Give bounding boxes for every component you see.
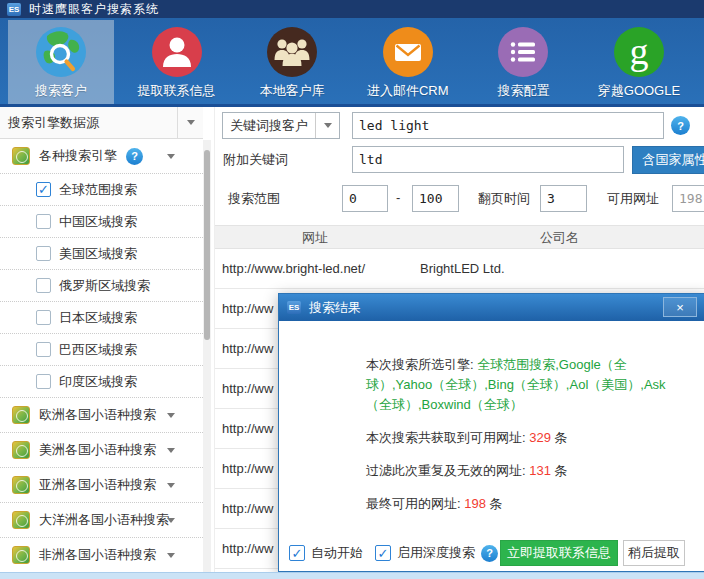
engine-label: 美国区域搜索	[59, 245, 137, 263]
group-label: 非洲各国小语种搜索	[39, 546, 156, 564]
engine-label: 日本区域搜索	[59, 309, 137, 327]
toolbar-local-customers[interactable]: 本地客户库	[239, 20, 345, 104]
main-toolbar: 搜索客户 提取联系信息 本地客户库	[0, 18, 704, 107]
dialog-titlebar: ES 搜索结果 ×	[279, 294, 704, 321]
local-customers-icon	[265, 25, 319, 79]
toolbar-label: 搜索配置	[497, 82, 549, 100]
stat-final-urls: 最终可用的网址: 198 条	[366, 494, 676, 514]
engine-group-icon	[12, 511, 30, 529]
column-header-url[interactable]: 网址	[215, 226, 415, 248]
stat-unit: 条	[551, 463, 568, 478]
checkbox-unchecked[interactable]	[36, 278, 51, 293]
toolbar-label: 本地客户库	[260, 82, 325, 100]
sidebar-item-global-search[interactable]: 全球范围搜索	[0, 174, 203, 206]
help-icon[interactable]: ?	[126, 148, 143, 165]
sidebar-item-brazil-search[interactable]: 巴西区域搜索	[0, 334, 203, 366]
stat-value: 198	[464, 496, 486, 511]
sidebar-item-japan-search[interactable]: 日本区域搜索	[0, 302, 203, 334]
toolbar-mail-crm[interactable]: 进入邮件CRM	[355, 20, 461, 104]
close-icon[interactable]: ×	[663, 297, 697, 317]
extract-later-button[interactable]: 稍后提取	[623, 540, 685, 566]
checkbox-unchecked[interactable]	[36, 374, 51, 389]
select-dropdown[interactable]	[315, 113, 339, 138]
sidebar-group-asia[interactable]: 亚洲各国小语种搜索	[0, 468, 203, 503]
sidebar-scrollbar-thumb[interactable]	[204, 150, 210, 340]
sidebar-item-russia-search[interactable]: 俄罗斯区域搜索	[0, 270, 203, 302]
sidebar-group-europe[interactable]: 欧洲各国小语种搜索	[0, 398, 203, 433]
contact-person-icon	[150, 25, 204, 79]
keyword-mode-select[interactable]: 关键词搜客户	[222, 112, 340, 139]
sidebar-item-usa-search[interactable]: 美国区域搜索	[0, 238, 203, 270]
extract-now-button[interactable]: 立即提取联系信息	[500, 540, 618, 566]
group-label: 亚洲各国小语种搜索	[39, 476, 156, 494]
search-results-dialog: ES 搜索结果 × 本次搜索所选引擎: 全球范围搜索,Google（全球）,Ya…	[278, 293, 704, 572]
deep-search-label: 启用深度搜索	[397, 544, 475, 562]
toolbar-label: 搜索客户	[35, 82, 87, 100]
additional-keyword-input[interactable]	[352, 146, 624, 173]
checkbox-unchecked[interactable]	[36, 214, 51, 229]
chevron-down-icon	[167, 553, 175, 558]
table-row[interactable]: http://www.bright-led.net/ BrightLED Ltd…	[215, 249, 704, 289]
engine-label: 俄罗斯区域搜索	[59, 277, 150, 295]
sidebar-engine-sources: 搜索引擎数据源 各种搜索引擎 ? 全球范围搜索 中国区域搜索 美国区域搜索 俄罗…	[0, 107, 203, 572]
deep-search-checkbox[interactable]	[375, 545, 391, 561]
checkbox-unchecked[interactable]	[36, 310, 51, 325]
mail-crm-icon	[381, 25, 435, 79]
stat-label: 过滤此次重复及无效的网址:	[366, 463, 529, 478]
window-bottom-edge	[0, 572, 704, 579]
chevron-down-icon	[167, 413, 175, 418]
column-header-company[interactable]: 公司名	[415, 226, 704, 248]
search-range-row: 搜索范围 - 翻页时间 可用网址	[215, 185, 704, 212]
checkbox-checked[interactable]	[36, 182, 51, 197]
keyword-input[interactable]	[352, 112, 664, 139]
company-cell: BrightLED Ltd.	[413, 261, 704, 276]
additional-keyword-label: 附加关键词	[223, 151, 288, 169]
sidebar-scrollbar[interactable]	[203, 140, 211, 572]
chevron-down-icon	[167, 154, 175, 159]
toolbar-extract-contacts[interactable]: 提取联系信息	[124, 20, 230, 104]
stat-unit: 条	[551, 430, 568, 445]
additional-keyword-row: 附加关键词 含国家属性	[215, 146, 704, 174]
sidebar-group-africa[interactable]: 非洲各国小语种搜索	[0, 538, 203, 572]
toolbar-label: 提取联系信息	[138, 82, 216, 100]
checkbox-unchecked[interactable]	[36, 342, 51, 357]
dialog-footer: 自动开始 启用深度搜索 ? 立即提取联系信息 稍后提取	[279, 535, 704, 571]
checkbox-unchecked[interactable]	[36, 246, 51, 261]
group-label: 美洲各国小语种搜索	[39, 441, 156, 459]
sidebar-group-oceania[interactable]: 大洋洲各国小语种搜索	[0, 503, 203, 538]
toolbar-google-bridge[interactable]: g 穿越GOOGLE	[586, 20, 692, 104]
sidebar-header-label: 搜索引擎数据源	[8, 114, 99, 132]
range-dash: -	[396, 190, 400, 205]
sidebar-group-all-engines[interactable]: 各种搜索引擎 ?	[0, 139, 203, 174]
app-logo: ES	[7, 3, 21, 16]
toolbar-search-customers[interactable]: 搜索客户	[8, 20, 114, 104]
chevron-down-icon	[167, 483, 175, 488]
stat-label: 最终可用的网址:	[366, 496, 464, 511]
stat-unit: 条	[486, 496, 503, 511]
engines-summary: 本次搜索所选引擎: 全球范围搜索,Google（全球）,Yahoo（全球）,Bi…	[366, 355, 676, 415]
page-time-label: 翻页时间	[478, 190, 530, 208]
keyword-help-icon[interactable]: ?	[671, 116, 690, 135]
engine-group-icon	[12, 441, 30, 459]
range-from-input[interactable]	[342, 185, 388, 212]
deep-search-help-icon[interactable]: ?	[481, 545, 498, 562]
available-urls-label: 可用网址	[607, 190, 659, 208]
range-to-input[interactable]	[412, 185, 459, 212]
google-icon: g	[612, 25, 666, 79]
country-attribute-button[interactable]: 含国家属性	[632, 146, 704, 174]
sidebar-item-china-search[interactable]: 中国区域搜索	[0, 206, 203, 238]
sidebar-header-dropdown[interactable]	[177, 107, 203, 138]
auto-start-label: 自动开始	[311, 544, 363, 562]
chevron-down-icon	[167, 448, 175, 453]
stat-label: 本次搜索共获取到可用网址:	[366, 430, 529, 445]
sidebar-group-america[interactable]: 美洲各国小语种搜索	[0, 433, 203, 468]
sidebar-header: 搜索引擎数据源	[0, 107, 203, 139]
sidebar-item-india-search[interactable]: 印度区域搜索	[0, 366, 203, 398]
group-label: 欧洲各国小语种搜索	[39, 406, 156, 424]
auto-start-checkbox[interactable]	[289, 545, 305, 561]
app-window: ES 时速鹰眼客户搜索系统 搜索客户 提取联系信息	[0, 0, 704, 579]
page-time-input[interactable]	[540, 185, 587, 212]
toolbar-search-settings[interactable]: 搜索配置	[470, 20, 576, 104]
toolbar-label: 穿越GOOGLE	[598, 82, 680, 100]
group-label: 各种搜索引擎	[39, 147, 117, 165]
